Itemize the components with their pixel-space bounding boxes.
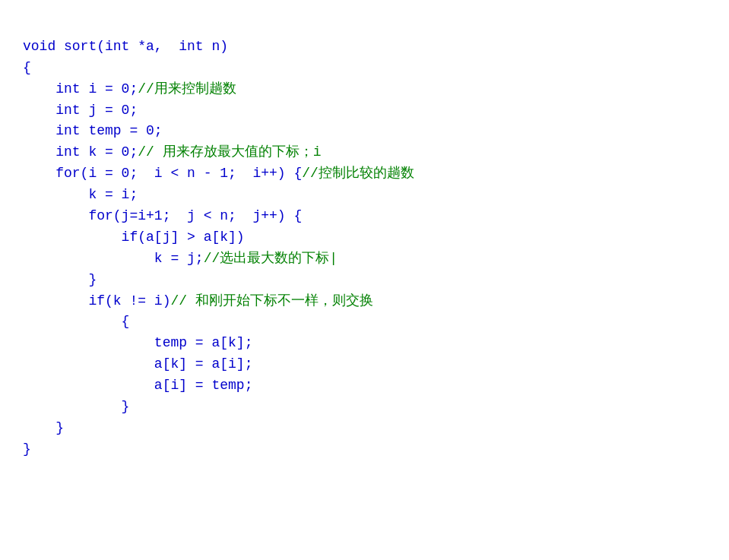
code-text: a[i] = temp;: [23, 378, 252, 393]
comment-text: //控制比较的趟数: [302, 166, 414, 181]
code-text: void sort(int *a, int n): [23, 39, 228, 54]
code-text: {: [23, 60, 31, 75]
code-line: if(k != i)// 和刚开始下标不一样，则交换: [23, 291, 706, 312]
code-text: int j = 0;: [23, 103, 138, 118]
code-text: if(a[j] > a[k]): [23, 229, 245, 245]
code-line: int temp = 0;: [23, 121, 706, 142]
code-text: }: [23, 441, 31, 457]
code-line: temp = a[k];: [23, 333, 706, 354]
code-line: for(i = 0; i < n - 1; i++) {//控制比较的趟数: [23, 163, 706, 185]
comment-text: //选出最大数的下标|: [204, 251, 338, 266]
code-line: a[i] = temp;: [23, 375, 706, 397]
code-text: }: [23, 272, 97, 287]
code-line: for(j=i+1; j < n; j++) {: [23, 206, 706, 227]
code-line: }: [23, 397, 706, 418]
code-text: if(k != i): [23, 293, 170, 308]
code-line: {: [23, 312, 706, 333]
code-line: }: [23, 270, 706, 291]
code-line: k = i;: [23, 185, 706, 206]
comment-text: //用来控制趟数: [138, 81, 236, 96]
code-text: temp = a[k];: [23, 335, 252, 350]
code-line: int k = 0;// 用来存放最大值的下标；i: [23, 142, 706, 163]
code-text: k = j;: [23, 251, 204, 266]
code-line: if(a[j] > a[k]): [23, 227, 706, 248]
code-line: void sort(int *a, int n): [23, 36, 706, 58]
code-text: for(i = 0; i < n - 1; i++) {: [23, 166, 302, 181]
code-text: {: [23, 314, 129, 329]
code-line: int i = 0;//用来控制趟数: [23, 79, 706, 100]
code-line: a[k] = a[i];: [23, 354, 706, 375]
code-line: int j = 0;: [23, 100, 706, 122]
comment-text: // 和刚开始下标不一样，则交换: [170, 293, 372, 308]
code-text: int i = 0;: [23, 81, 138, 96]
code-container: void sort(int *a, int n){ int i = 0;//用来…: [23, 15, 706, 460]
code-line: {: [23, 58, 706, 79]
code-text: a[k] = a[i];: [23, 356, 252, 372]
code-text: int k = 0;: [23, 144, 138, 160]
code-line: }: [23, 418, 706, 439]
code-text: int temp = 0;: [23, 123, 163, 138]
code-text: }: [23, 420, 64, 435]
code-line: }: [23, 439, 706, 460]
code-line: k = j;//选出最大数的下标|: [23, 248, 706, 270]
code-text: k = i;: [23, 187, 138, 202]
comment-text: // 用来存放最大值的下标；i: [138, 144, 321, 160]
code-text: }: [23, 399, 129, 414]
code-text: for(j=i+1; j < n; j++) {: [23, 208, 302, 223]
